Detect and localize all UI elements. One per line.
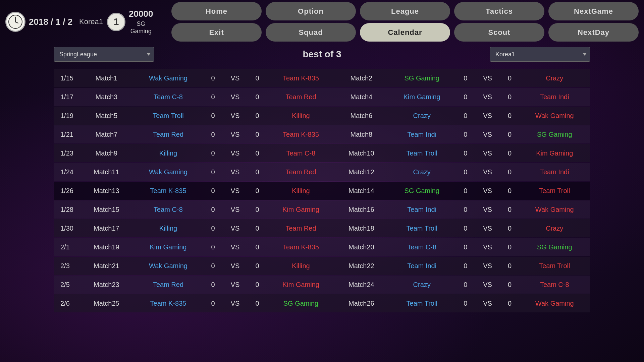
home-button[interactable]: Home — [171, 2, 262, 20]
scout-button[interactable]: Scout — [454, 23, 544, 42]
score2: 0 — [248, 107, 266, 125]
rank-section: 1 20000 SGGaming — [107, 9, 161, 35]
team2-name: Killing — [266, 257, 335, 275]
match-date: 1/23 — [54, 144, 80, 162]
score4: 0 — [501, 276, 519, 294]
team4-name: SG Gaming — [519, 238, 590, 256]
match-date: 1/24 — [54, 163, 80, 181]
score1: 0 — [204, 182, 222, 200]
vs2: VS — [475, 107, 501, 125]
team4-name: Team Troll — [519, 182, 590, 200]
match1-label: Match3 — [80, 88, 132, 106]
match2-label: Match22 — [335, 257, 387, 275]
vs1: VS — [222, 276, 248, 294]
score1: 0 — [204, 200, 222, 219]
table-row: 2/3 Match21 Wak Gaming 0 VS 0 Killing Ma… — [54, 257, 590, 275]
match2-label: Match18 — [335, 219, 387, 237]
team2-name: Team C-8 — [266, 144, 335, 162]
nextday-button[interactable]: NextDay — [548, 23, 639, 42]
match1-label: Match13 — [80, 182, 132, 200]
vs2: VS — [475, 163, 501, 181]
vs1: VS — [222, 182, 248, 200]
vs1: VS — [222, 144, 248, 162]
nav-buttons: Home Option League Tactics NextGame Exit… — [171, 2, 639, 42]
score1: 0 — [204, 294, 222, 312]
team3-name: Crazy — [387, 163, 457, 181]
match1-label: Match21 — [80, 257, 132, 275]
score2: 0 — [248, 200, 266, 219]
score4: 0 — [501, 257, 519, 275]
calendar-button[interactable]: Calendar — [360, 23, 450, 42]
table-row: 1/15 Match1 Wak Gaming 0 VS 0 Team K-835… — [54, 69, 590, 87]
table-row: 1/21 Match7 Team Red 0 VS 0 Team K-835 M… — [54, 125, 590, 143]
team4-name: Team Indi — [519, 88, 590, 106]
region-select[interactable]: Korea1 — [490, 47, 590, 62]
score1: 0 — [204, 219, 222, 237]
vs2: VS — [475, 219, 501, 237]
score2: 0 — [248, 294, 266, 312]
score3: 0 — [457, 107, 475, 125]
date-display: 2018 / 1 / 2 — [29, 17, 72, 27]
team4-name: Crazy — [519, 219, 590, 237]
team2-name: Killing — [266, 182, 335, 200]
match1-label: Match19 — [80, 238, 132, 256]
team3-name: Team Indi — [387, 125, 457, 143]
match-date: 1/15 — [54, 69, 80, 87]
vs1: VS — [222, 238, 248, 256]
match2-label: Match2 — [335, 69, 387, 87]
vs2: VS — [475, 200, 501, 219]
score4: 0 — [501, 69, 519, 87]
team4-name: SG Gaming — [519, 125, 590, 143]
team2-name: Team K-835 — [266, 238, 335, 256]
match1-label: Match9 — [80, 144, 132, 162]
team2-name: Killing — [266, 107, 335, 125]
team2-name: Team K-835 — [266, 125, 335, 143]
clock-section: 2018 / 1 / 2 Korea1 — [5, 12, 103, 32]
vs2: VS — [475, 69, 501, 87]
team4-name: Wak Gaming — [519, 200, 590, 219]
vs2: VS — [475, 144, 501, 162]
score2: 0 — [248, 257, 266, 275]
team1-name: Wak Gaming — [132, 163, 204, 181]
vs2: VS — [475, 294, 501, 312]
team2-name: Team Red — [266, 88, 335, 106]
score1: 0 — [204, 69, 222, 87]
score2: 0 — [248, 238, 266, 256]
team3-name: Crazy — [387, 276, 457, 294]
option-button[interactable]: Option — [266, 2, 356, 20]
vs1: VS — [222, 219, 248, 237]
score3: 0 — [457, 88, 475, 106]
score3: 0 — [457, 69, 475, 87]
team4-name: Wak Gaming — [519, 107, 590, 125]
team1-name: Team Red — [132, 276, 204, 294]
team3-name: Crazy — [387, 107, 457, 125]
league-select[interactable]: SpringLeague — [54, 47, 154, 62]
team1-name: Team C-8 — [132, 88, 204, 106]
exit-button[interactable]: Exit — [171, 23, 262, 42]
tactics-button[interactable]: Tactics — [454, 2, 544, 20]
match1-label: Match11 — [80, 163, 132, 181]
nextgame-button[interactable]: NextGame — [548, 2, 639, 20]
score3: 0 — [457, 276, 475, 294]
squad-button[interactable]: Squad — [266, 23, 356, 42]
table-row: 1/30 Match17 Killing 0 VS 0 Team Red Mat… — [54, 219, 590, 237]
score4: 0 — [501, 107, 519, 125]
match-date: 2/3 — [54, 257, 80, 275]
team3-name: SG Gaming — [387, 69, 457, 87]
league-button[interactable]: League — [360, 2, 450, 20]
match1-label: Match17 — [80, 219, 132, 237]
table-row: 1/19 Match5 Team Troll 0 VS 0 Killing Ma… — [54, 107, 590, 125]
team3-name: Team Troll — [387, 219, 457, 237]
score1: 0 — [204, 125, 222, 143]
score4: 0 — [501, 238, 519, 256]
match-date: 1/19 — [54, 107, 80, 125]
content-area: SpringLeague best of 3 Korea1 1/15 Match… — [0, 44, 644, 316]
vs2: VS — [475, 182, 501, 200]
match1-label: Match23 — [80, 276, 132, 294]
score4: 0 — [501, 219, 519, 237]
match2-label: Match6 — [335, 107, 387, 125]
score4: 0 — [501, 294, 519, 312]
match2-label: Match10 — [335, 144, 387, 162]
team3-name: Team Troll — [387, 144, 457, 162]
best-of-label: best of 3 — [161, 49, 483, 60]
